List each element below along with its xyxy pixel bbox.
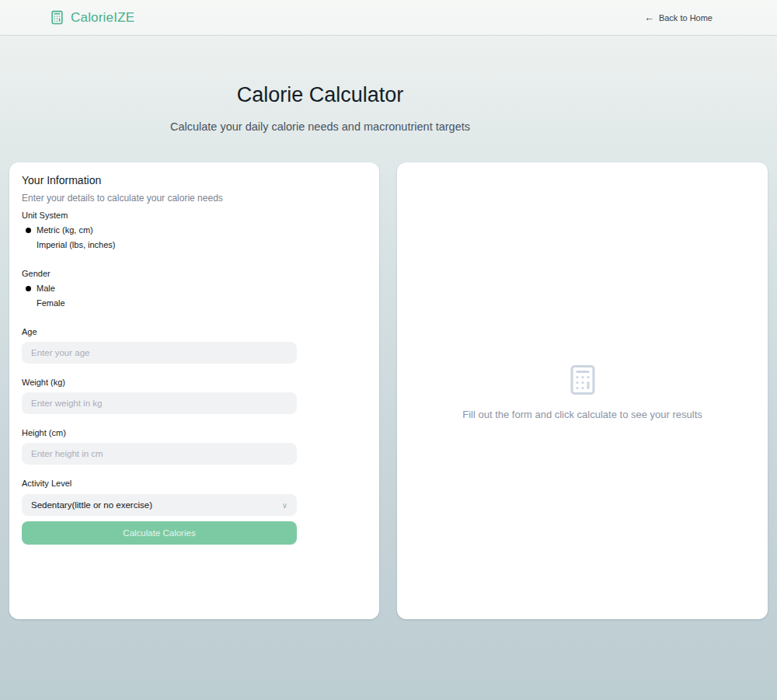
calculator-icon — [50, 10, 64, 25]
brand-name: CalorieIZE — [71, 10, 134, 26]
calculate-calories-button[interactable]: Calculate Calories — [22, 521, 297, 545]
radio-male-dot[interactable] — [23, 284, 33, 294]
radio-female-dot[interactable] — [23, 298, 33, 308]
app-header: CalorieIZE ← Back to Home — [0, 0, 777, 36]
page-title: Calorie Calculator — [0, 83, 640, 107]
results-empty-state-text: Fill out the form and click calculate to… — [462, 409, 702, 420]
age-input[interactable] — [22, 342, 297, 364]
radio-imperial-label[interactable]: Imperial (lbs, inches) — [37, 240, 115, 249]
activity-level-label: Activity Level — [22, 479, 297, 488]
form-description: Enter your details to calculate your cal… — [22, 193, 367, 204]
height-label: Height (cm) — [22, 428, 297, 437]
chevron-down-icon: ∨ — [282, 501, 287, 510]
weight-label: Weight (kg) — [22, 378, 297, 387]
unit-system-label: Unit System — [22, 211, 297, 220]
page-subtitle: Calculate your daily calorie needs and m… — [0, 120, 640, 133]
radio-metric-label[interactable]: Metric (kg, cm) — [37, 225, 93, 235]
radio-male-label[interactable]: Male — [37, 284, 55, 293]
form: Unit System Metric (kg, cm) Imperial (lb… — [22, 211, 297, 545]
results-card: Fill out the form and click calculate to… — [397, 162, 768, 619]
radio-metric-dot[interactable] — [23, 225, 33, 235]
height-input[interactable] — [22, 443, 297, 465]
hero-section: Calorie Calculator Calculate your daily … — [0, 83, 640, 133]
radio-imperial-dot[interactable] — [23, 240, 33, 250]
radio-female-label[interactable]: Female — [37, 298, 65, 308]
activity-level-select[interactable]: Sedentary(little or no exercise) ∨ — [22, 494, 297, 516]
radio-male[interactable]: Male — [22, 283, 297, 294]
brand-logo[interactable]: CalorieIZE — [50, 10, 134, 26]
main-content: Your Information Enter your details to c… — [0, 162, 777, 619]
back-to-home-label: Back to Home — [659, 13, 713, 23]
radio-metric[interactable]: Metric (kg, cm) — [22, 225, 297, 235]
gender-label: Gender — [22, 269, 297, 278]
weight-input[interactable] — [22, 392, 297, 414]
radio-imperial[interactable]: Imperial (lbs, inches) — [22, 239, 297, 250]
form-title: Your Information — [22, 174, 367, 186]
age-label: Age — [22, 327, 297, 336]
back-to-home-link[interactable]: ← Back to Home — [644, 12, 713, 23]
activity-level-selected-option: Sedentary(little or no exercise) — [31, 500, 152, 510]
calculator-icon — [566, 362, 599, 398]
radio-female[interactable]: Female — [22, 298, 297, 308]
your-information-card: Your Information Enter your details to c… — [9, 162, 379, 619]
left-arrow-icon: ← — [644, 12, 654, 23]
